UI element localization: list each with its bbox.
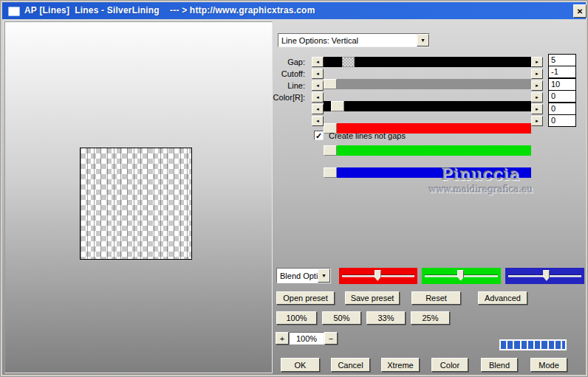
arrow-left-icon: ◄ bbox=[315, 83, 320, 88]
zoom-33-button[interactable]: 33% bbox=[366, 311, 406, 325]
color-g-value-input[interactable]: 0 bbox=[548, 103, 576, 115]
save-preset-button[interactable]: Save preset bbox=[345, 291, 400, 305]
progress-segment bbox=[549, 341, 554, 349]
cutoff-slider-thumb[interactable] bbox=[324, 79, 337, 89]
arrow-right-icon: ► bbox=[535, 60, 539, 64]
preview-pattern bbox=[80, 148, 192, 260]
blend-green-trackbar[interactable] bbox=[422, 268, 501, 284]
gap-left-arrow-button[interactable]: ◄ bbox=[312, 57, 324, 67]
color-button[interactable]: Color bbox=[431, 358, 468, 372]
color-b-left-arrow-button[interactable]: ◄ bbox=[312, 116, 324, 126]
progress-segment bbox=[501, 341, 506, 349]
arrow-right-icon: ► bbox=[535, 72, 539, 76]
cancel-button[interactable]: Cancel bbox=[331, 358, 370, 372]
gap-label: Gap: bbox=[255, 57, 310, 67]
line-value-input[interactable]: 10 bbox=[548, 78, 576, 91]
line-label: Line: bbox=[255, 80, 310, 91]
color-r-label: Color[R]: bbox=[255, 92, 310, 103]
color-r-value-input[interactable]: 0 bbox=[548, 90, 576, 103]
checkmark-icon: ✓ bbox=[315, 132, 322, 139]
progress-bar bbox=[499, 339, 567, 350]
mode-button[interactable]: Mode bbox=[530, 358, 567, 372]
color-g-slider-track[interactable] bbox=[324, 145, 531, 156]
progress-segment bbox=[535, 341, 540, 349]
zoom-100-button[interactable]: 100% bbox=[276, 311, 317, 325]
color-g-slider-thumb[interactable] bbox=[324, 145, 337, 156]
arrow-left-icon: ◄ bbox=[315, 95, 320, 100]
close-icon: ✕ bbox=[577, 7, 583, 15]
color-b-value-input[interactable]: 0 bbox=[548, 114, 576, 127]
arrow-right-icon: ► bbox=[535, 95, 539, 100]
watermark-name: Pinuccia bbox=[403, 165, 558, 184]
cutoff-left-arrow-button[interactable]: ◄ bbox=[312, 69, 324, 79]
cutoff-label: Cutoff: bbox=[255, 69, 310, 79]
reset-button[interactable]: Reset bbox=[411, 291, 461, 305]
blend-green-thumb[interactable] bbox=[457, 270, 464, 281]
window-title: AP [Lines] Lines - SilverLining --- > ht… bbox=[24, 5, 315, 15]
line-left-arrow-button[interactable]: ◄ bbox=[312, 80, 324, 91]
watermark: Pinuccia www.maidiregrafica.eu bbox=[403, 165, 558, 195]
open-preset-button[interactable]: Open preset bbox=[276, 291, 335, 305]
color-g-right-arrow-button[interactable]: ► bbox=[531, 104, 543, 114]
progress-segment bbox=[507, 341, 513, 349]
xtreme-button[interactable]: Xtreme bbox=[381, 358, 420, 372]
line-options-select[interactable]: Line Options: Vertical ▼ bbox=[278, 33, 430, 47]
line-slider-thumb[interactable] bbox=[331, 101, 344, 111]
chevron-down-icon: ▼ bbox=[321, 273, 327, 278]
blend-options-dropdown-button[interactable]: ▼ bbox=[318, 269, 330, 283]
progress-segment bbox=[522, 341, 527, 349]
arrow-left-icon: ◄ bbox=[315, 72, 320, 76]
chevron-down-icon: ▼ bbox=[420, 38, 425, 43]
progress-segment bbox=[528, 341, 533, 349]
line-right-arrow-button[interactable]: ► bbox=[531, 80, 543, 91]
blend-blue-thumb[interactable] bbox=[543, 270, 550, 281]
arrow-left-icon: ◄ bbox=[315, 60, 320, 64]
color-r-left-arrow-button[interactable]: ◄ bbox=[312, 92, 324, 103]
create-lines-checkbox[interactable]: ✓ bbox=[314, 131, 324, 140]
blend-blue-trackbar[interactable] bbox=[505, 268, 584, 284]
arrow-left-icon: ◄ bbox=[315, 107, 320, 111]
cutoff-slider-track[interactable] bbox=[324, 79, 531, 89]
blend-options-value: Blend Opti bbox=[280, 271, 318, 280]
gap-slider-track[interactable] bbox=[324, 57, 531, 67]
blend-button[interactable]: Blend bbox=[481, 358, 518, 372]
preview-panel bbox=[4, 21, 273, 373]
color-b-slider-thumb[interactable] bbox=[324, 167, 337, 178]
cutoff-right-arrow-button[interactable]: ► bbox=[531, 69, 543, 79]
ok-button[interactable]: OK bbox=[281, 358, 320, 372]
zoom-level-field[interactable]: 100% bbox=[289, 332, 324, 345]
advanced-button[interactable]: Advanced bbox=[478, 291, 527, 305]
plugin-window: AP [Lines] Lines - SilverLining --- > ht… bbox=[0, 0, 588, 377]
title-bar: AP [Lines] Lines - SilverLining --- > ht… bbox=[2, 2, 586, 19]
arrow-right-icon: ► bbox=[535, 83, 539, 88]
zoom-25-button[interactable]: 25% bbox=[411, 311, 450, 325]
gap-value-input[interactable]: 5 bbox=[548, 54, 576, 66]
gap-slider-thumb[interactable] bbox=[342, 57, 355, 67]
arrow-right-icon: ► bbox=[535, 119, 539, 123]
color-g-left-arrow-button[interactable]: ◄ bbox=[312, 104, 324, 114]
progress-segment bbox=[562, 341, 565, 349]
zoom-50-button[interactable]: 50% bbox=[322, 311, 361, 325]
blend-red-thumb[interactable] bbox=[375, 270, 381, 281]
create-lines-checkbox-label: Create lines not gaps bbox=[329, 131, 406, 140]
blend-options-select[interactable]: Blend Opti ▼ bbox=[276, 268, 331, 283]
color-r-right-arrow-button[interactable]: ► bbox=[531, 92, 543, 103]
zoom-in-button[interactable]: + bbox=[276, 332, 289, 345]
arrow-right-icon: ► bbox=[535, 107, 539, 111]
line-options-dropdown-button[interactable]: ▼ bbox=[417, 34, 429, 46]
watermark-url: www.maidiregrafica.eu bbox=[403, 184, 558, 195]
app-icon bbox=[8, 7, 20, 16]
progress-segment bbox=[555, 341, 561, 349]
zoom-out-button[interactable]: − bbox=[324, 332, 338, 345]
cutoff-value-input[interactable]: -1 bbox=[548, 66, 576, 78]
line-slider-track[interactable] bbox=[324, 101, 531, 111]
close-button[interactable]: ✕ bbox=[573, 4, 587, 18]
line-options-value: Line Options: Vertical bbox=[281, 36, 417, 45]
progress-segment bbox=[514, 341, 519, 349]
blend-red-trackbar[interactable] bbox=[339, 268, 417, 284]
color-b-right-arrow-button[interactable]: ► bbox=[531, 116, 543, 126]
arrow-left-icon: ◄ bbox=[315, 119, 320, 123]
gap-right-arrow-button[interactable]: ► bbox=[531, 57, 543, 67]
progress-segment bbox=[541, 341, 547, 349]
